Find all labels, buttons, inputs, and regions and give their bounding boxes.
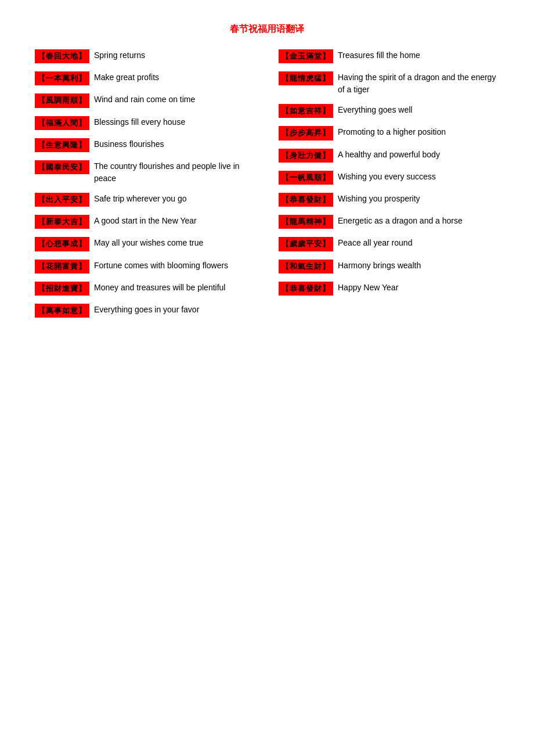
list-item: 【福滿人間】Blessings fill every house <box>35 116 255 130</box>
translation-text: A good start in the New Year <box>94 215 255 227</box>
list-item: 【春回大地】Spring returns <box>35 49 255 63</box>
list-item: 【出入平安】Safe trip wherever you go <box>35 193 255 207</box>
translation-text: Happy New Year <box>338 282 499 294</box>
chinese-badge: 【身壯力健】 <box>279 149 333 163</box>
list-item: 【風調雨順】Wind and rain come on time <box>35 93 255 107</box>
chinese-badge: 【花開富貴】 <box>35 260 89 273</box>
chinese-badge: 【招財進寶】 <box>35 282 89 296</box>
list-item: 【招財進寶】Money and treasures will be plenti… <box>35 282 255 296</box>
chinese-badge: 【恭喜發財】 <box>279 193 333 207</box>
list-item: 【龍情虎猛】Having the spirit of a dragon and … <box>279 71 499 96</box>
list-item: 【一本萬利】Make great profits <box>35 71 255 85</box>
translation-text: Treasures fill the home <box>338 49 499 62</box>
list-item: 【萬事如意】Everything goes in your favor <box>35 304 255 318</box>
translation-text: Make great profits <box>94 71 255 84</box>
translation-text: Business flourishes <box>94 138 255 150</box>
chinese-badge: 【生意興隆】 <box>35 138 89 152</box>
chinese-badge: 【龍情虎猛】 <box>279 71 333 85</box>
chinese-badge: 【步步高昇】 <box>279 126 333 140</box>
page-title: 春节祝福用语翻译 <box>35 23 499 35</box>
translation-text: Energetic as a dragon and a horse <box>338 215 499 227</box>
chinese-badge: 【金玉滿堂】 <box>279 49 333 63</box>
chinese-badge: 【如意吉祥】 <box>279 104 333 118</box>
content-grid: 【春回大地】Spring returns【一本萬利】Make great pro… <box>35 49 499 326</box>
chinese-badge: 【出入平安】 <box>35 193 89 207</box>
list-item: 【龍馬精神】Energetic as a dragon and a horse <box>279 215 499 229</box>
translation-text: Everything goes well <box>338 104 499 116</box>
left-column: 【春回大地】Spring returns【一本萬利】Make great pro… <box>35 49 255 326</box>
translation-text: Safe trip wherever you go <box>94 193 255 205</box>
list-item: 【步步高昇】Promoting to a higher position <box>279 126 499 140</box>
list-item: 【心想事成】May all your wishes come true <box>35 237 255 251</box>
translation-text: Promoting to a higher position <box>338 126 499 138</box>
list-item: 【一帆風順】Wishing you every success <box>279 171 499 185</box>
chinese-badge: 【歲歲平安】 <box>279 237 333 251</box>
list-item: 【和氣生財】Harmony brings wealth <box>279 260 499 273</box>
chinese-badge: 【一帆風順】 <box>279 171 333 185</box>
translation-text: May all your wishes come true <box>94 237 255 249</box>
list-item: 【花開富貴】Fortune comes with blooming flower… <box>35 260 255 273</box>
chinese-badge: 【風調雨順】 <box>35 93 89 107</box>
translation-text: Wishing you prosperity <box>338 193 499 205</box>
chinese-badge: 【新泰大吉】 <box>35 215 89 229</box>
translation-text: Wishing you every success <box>338 171 499 183</box>
chinese-badge: 【恭喜發財】 <box>279 282 333 296</box>
chinese-badge: 【一本萬利】 <box>35 71 89 85</box>
translation-text: Having the spirit of a dragon and the en… <box>338 71 499 96</box>
list-item: 【國泰民安】The country flourishes and people … <box>35 160 255 185</box>
translation-text: Peace all year round <box>338 237 499 249</box>
chinese-badge: 【萬事如意】 <box>35 304 89 318</box>
translation-text: Spring returns <box>94 49 255 62</box>
list-item: 【生意興隆】Business flourishes <box>35 138 255 152</box>
list-item: 【恭喜發財】Happy New Year <box>279 282 499 296</box>
translation-text: Wind and rain come on time <box>94 93 255 106</box>
translation-text: Fortune comes with blooming flowers <box>94 260 255 272</box>
list-item: 【恭喜發財】Wishing you prosperity <box>279 193 499 207</box>
translation-text: Harmony brings wealth <box>338 260 499 272</box>
translation-text: Money and treasures will be plentiful <box>94 282 255 294</box>
list-item: 【身壯力健】A healthy and powerful body <box>279 149 499 163</box>
chinese-badge: 【心想事成】 <box>35 237 89 251</box>
chinese-badge: 【國泰民安】 <box>35 160 89 174</box>
list-item: 【金玉滿堂】Treasures fill the home <box>279 49 499 63</box>
chinese-badge: 【春回大地】 <box>35 49 89 63</box>
list-item: 【歲歲平安】Peace all year round <box>279 237 499 251</box>
translation-text: A healthy and powerful body <box>338 149 499 161</box>
right-column: 【金玉滿堂】Treasures fill the home【龍情虎猛】Havin… <box>279 49 499 326</box>
list-item: 【如意吉祥】Everything goes well <box>279 104 499 118</box>
translation-text: Blessings fill every house <box>94 116 255 128</box>
list-item: 【新泰大吉】A good start in the New Year <box>35 215 255 229</box>
chinese-badge: 【和氣生財】 <box>279 260 333 273</box>
translation-text: The country flourishes and people live i… <box>94 160 255 185</box>
chinese-badge: 【福滿人間】 <box>35 116 89 130</box>
chinese-badge: 【龍馬精神】 <box>279 215 333 229</box>
translation-text: Everything goes in your favor <box>94 304 255 316</box>
